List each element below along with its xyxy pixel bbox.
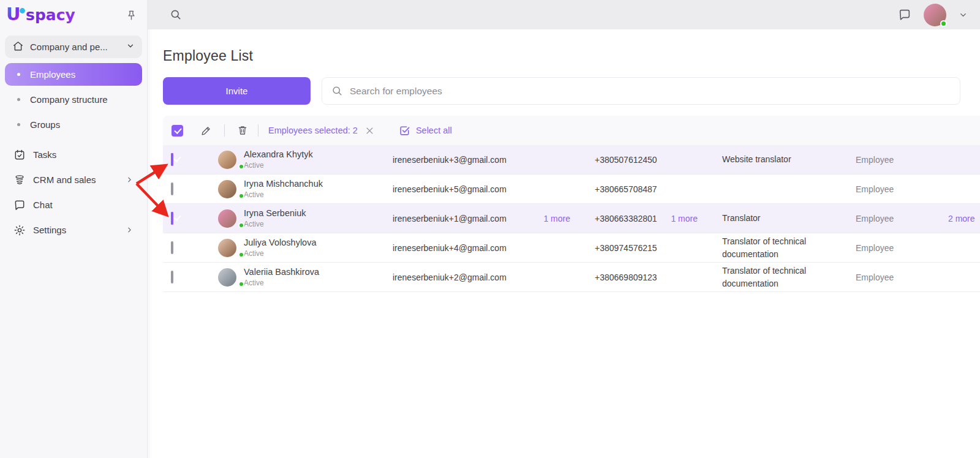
bullet-icon — [17, 73, 20, 76]
svg-text:U: U — [6, 4, 21, 24]
employee-avatar — [218, 180, 244, 198]
employee-status: Active — [244, 161, 393, 170]
chevron-down-icon[interactable] — [959, 10, 968, 20]
sidebar-item-label: CRM and sales — [33, 175, 96, 185]
page-title: Employee List — [163, 48, 980, 64]
sidebar-item-label: Chat — [33, 200, 53, 210]
employee-status: Active — [244, 249, 393, 258]
messages-icon[interactable] — [898, 8, 911, 21]
employee-position: Translator of technical documentation — [722, 265, 856, 290]
row-checkbox[interactable] — [171, 153, 173, 166]
sidebar-item-label: Tasks — [33, 149, 56, 160]
avatar — [218, 268, 236, 287]
svg-text:spacy: spacy — [26, 6, 75, 24]
select-all-checkbox-icon — [399, 125, 410, 137]
online-status-dot — [940, 20, 947, 27]
content-area: Employee List Invite — [148, 29, 980, 458]
online-status-dot — [238, 281, 244, 287]
delete-icon[interactable] — [237, 125, 248, 136]
table-row[interactable]: Valeriia Bashkirova Active ireneserbeniu… — [163, 263, 980, 292]
bullet-icon — [17, 123, 20, 126]
sidebar-nav: Employees Company structure Groups Tasks — [0, 62, 147, 242]
sidebar-item-company-structure[interactable]: Company structure — [5, 88, 142, 111]
workspace-switcher[interactable]: Company and pe... — [5, 36, 142, 58]
search-input[interactable] — [350, 86, 951, 97]
user-avatar[interactable] — [924, 4, 946, 26]
employee-table-body: Alexandra Khytyk Active ireneserbeniuk+3… — [163, 145, 980, 292]
employee-role: Employee — [856, 184, 948, 194]
employee-email: ireneserbeniuk+3@gmail.com — [393, 155, 507, 165]
row-checkbox[interactable] — [171, 182, 173, 195]
chat-bubble-icon — [13, 199, 26, 211]
employee-phone: +380507612450 — [595, 155, 657, 165]
invite-button[interactable]: Invite — [163, 77, 311, 105]
employee-name: Iryna Serbeniuk — [244, 208, 393, 218]
toolbar-checkbox[interactable] — [172, 125, 183, 137]
online-status-dot — [238, 163, 244, 170]
table-row[interactable]: Juliya Voloshylova Active ireneserbeniuk… — [163, 233, 980, 263]
pin-sidebar-icon[interactable] — [126, 10, 137, 21]
global-search-icon[interactable] — [170, 9, 182, 21]
chevron-down-icon — [126, 42, 135, 52]
sidebar-item-settings[interactable]: Settings — [5, 219, 142, 241]
sidebar-item-crm-and-sales[interactable]: CRM and sales — [5, 168, 142, 191]
employee-position: Translator of technical documentation — [722, 235, 856, 260]
sidebar-item-tasks[interactable]: Tasks — [5, 143, 142, 166]
clear-selection-icon[interactable] — [365, 126, 374, 135]
bullet-icon — [17, 98, 20, 101]
row-checkbox[interactable] — [171, 241, 173, 254]
crm-funnel-icon — [13, 174, 26, 186]
sidebar-item-chat[interactable]: Chat — [5, 193, 142, 216]
phone-more-link[interactable]: 1 more — [671, 214, 698, 223]
selected-count-label: Employees selected: 2 — [268, 126, 358, 135]
employee-position: Translator — [722, 212, 856, 224]
employee-name: Iryna Mishchanchuk — [244, 179, 393, 189]
bulk-actions-toolbar: Employees selected: 2 Select all — [163, 116, 980, 145]
chevron-right-icon — [126, 226, 134, 234]
employee-phone: +380669809123 — [595, 272, 657, 282]
employee-phone: +380974576215 — [595, 243, 657, 253]
employee-avatar — [218, 268, 244, 287]
online-status-dot — [238, 193, 244, 199]
home-icon — [12, 40, 24, 54]
employee-email: ireneserbeniuk+5@gmail.com — [393, 184, 507, 194]
table-row[interactable]: Iryna Serbeniuk Active ireneserbeniuk+1@… — [163, 204, 980, 233]
employee-email: ireneserbeniuk+2@gmail.com — [393, 272, 507, 282]
employee-avatar — [218, 209, 244, 228]
row-more-link[interactable]: 2 more — [948, 214, 980, 223]
edit-icon[interactable] — [200, 125, 212, 137]
employee-status: Active — [244, 190, 393, 199]
uspacy-logo: U spacy — [6, 4, 78, 27]
employee-search-box[interactable] — [322, 77, 960, 105]
tasks-calendar-icon — [13, 149, 26, 161]
table-row[interactable]: Alexandra Khytyk Active ireneserbeniuk+3… — [163, 145, 980, 175]
workspace-label: Company and pe... — [30, 42, 120, 52]
select-all-button[interactable]: Select all — [399, 125, 452, 137]
employee-name: Juliya Voloshylova — [244, 238, 393, 247]
row-checkbox[interactable] — [171, 271, 173, 283]
email-more-link[interactable]: 1 more — [543, 214, 570, 223]
search-icon — [331, 85, 343, 97]
toolbar-divider — [258, 124, 258, 137]
online-status-dot — [238, 222, 244, 228]
sidebar: U spacy Company and pe... — [0, 0, 148, 458]
app-window: U spacy Company and pe... — [0, 0, 980, 458]
employee-role: Employee — [856, 272, 948, 282]
sidebar-item-groups[interactable]: Groups — [5, 113, 142, 136]
avatar — [218, 180, 236, 198]
avatar — [218, 209, 236, 228]
row-checkbox[interactable] — [171, 212, 173, 225]
topbar — [148, 0, 980, 29]
online-status-dot — [238, 252, 244, 258]
employee-phone: +380663382801 — [595, 214, 657, 223]
avatar — [218, 239, 236, 257]
sidebar-item-label: Settings — [33, 225, 66, 235]
employee-role: Employee — [856, 214, 948, 223]
select-all-label: Select all — [416, 126, 452, 135]
employee-position: Website translator — [722, 153, 856, 165]
table-row[interactable]: Iryna Mishchanchuk Active ireneserbeniuk… — [163, 175, 980, 204]
employee-avatar — [218, 239, 244, 257]
sidebar-item-employees[interactable]: Employees — [5, 63, 142, 86]
employee-name: Alexandra Khytyk — [244, 149, 393, 159]
employee-phone: +380665708487 — [595, 184, 657, 194]
